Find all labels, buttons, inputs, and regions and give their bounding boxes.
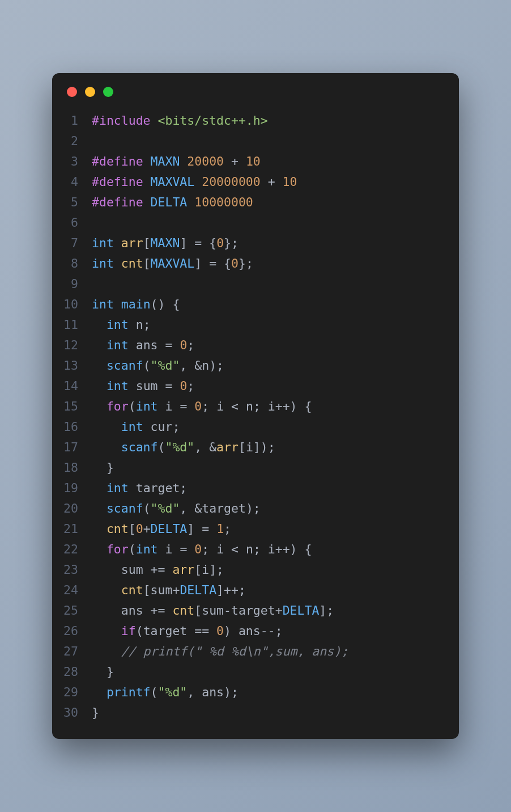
code-line: 19 int target; (52, 478, 444, 498)
code-content[interactable]: if(target == 0) ans--; (92, 621, 444, 641)
code-line: 17 scanf("%d", &arr[i]); (52, 437, 444, 458)
code-content[interactable] (92, 213, 444, 233)
line-number: 29 (52, 682, 92, 703)
line-number: 18 (52, 458, 92, 478)
code-line: 5#define DELTA 10000000 (52, 192, 444, 213)
minimize-icon[interactable] (85, 87, 95, 97)
line-number: 23 (52, 560, 92, 580)
line-number: 4 (52, 172, 92, 192)
code-line: 7int arr[MAXN] = {0}; (52, 233, 444, 253)
line-number: 1 (52, 111, 92, 131)
code-line: 30} (52, 703, 444, 723)
line-number: 13 (52, 356, 92, 376)
code-content[interactable]: cnt[0+DELTA] = 1; (92, 519, 444, 539)
code-line: 1#include <bits/stdc++.h> (52, 111, 444, 131)
code-content[interactable] (92, 131, 444, 151)
line-number: 20 (52, 498, 92, 519)
code-line: 26 if(target == 0) ans--; (52, 621, 444, 641)
code-content[interactable]: int cur; (92, 417, 444, 437)
line-number: 28 (52, 662, 92, 682)
code-content[interactable]: } (92, 662, 444, 682)
code-line: 20 scanf("%d", &target); (52, 498, 444, 519)
maximize-icon[interactable] (103, 87, 113, 97)
code-line: 21 cnt[0+DELTA] = 1; (52, 519, 444, 539)
line-number: 11 (52, 315, 92, 335)
code-content[interactable]: // printf(" %d %d\n",sum, ans); (92, 641, 444, 662)
code-line: 3#define MAXN 20000 + 10 (52, 151, 444, 172)
code-line: 25 ans += cnt[sum-target+DELTA]; (52, 600, 444, 621)
code-line: 22 for(int i = 0; i < n; i++) { (52, 539, 444, 560)
line-number: 10 (52, 294, 92, 315)
line-number: 9 (52, 274, 92, 294)
line-number: 19 (52, 478, 92, 498)
code-content[interactable]: scanf("%d", &arr[i]); (92, 437, 444, 458)
code-line: 13 scanf("%d", &n); (52, 356, 444, 376)
code-content[interactable]: for(int i = 0; i < n; i++) { (92, 539, 444, 560)
code-content[interactable]: int sum = 0; (92, 376, 444, 396)
code-line: 28 } (52, 662, 444, 682)
line-number: 17 (52, 437, 92, 458)
code-content[interactable]: sum += arr[i]; (92, 560, 444, 580)
line-number: 16 (52, 417, 92, 437)
code-content[interactable]: cnt[sum+DELTA]++; (92, 580, 444, 600)
code-content[interactable]: int arr[MAXN] = {0}; (92, 233, 444, 253)
line-number: 21 (52, 519, 92, 539)
line-number: 5 (52, 192, 92, 213)
code-editor[interactable]: 1#include <bits/stdc++.h>2 3#define MAXN… (52, 103, 459, 723)
code-content[interactable]: int main() { (92, 294, 444, 315)
line-number: 6 (52, 213, 92, 233)
code-line: 9 (52, 274, 444, 294)
code-line: 16 int cur; (52, 417, 444, 437)
code-content[interactable]: int ans = 0; (92, 335, 444, 356)
code-content[interactable] (92, 274, 444, 294)
code-content[interactable]: #define DELTA 10000000 (92, 192, 444, 213)
code-line: 10int main() { (52, 294, 444, 315)
line-number: 22 (52, 539, 92, 560)
code-content[interactable]: int cnt[MAXVAL] = {0}; (92, 253, 444, 274)
line-number: 15 (52, 396, 92, 417)
line-number: 27 (52, 641, 92, 662)
code-line: 11 int n; (52, 315, 444, 335)
line-number: 26 (52, 621, 92, 641)
line-number: 2 (52, 131, 92, 151)
code-line: 27 // printf(" %d %d\n",sum, ans); (52, 641, 444, 662)
line-number: 25 (52, 600, 92, 621)
code-content[interactable]: ans += cnt[sum-target+DELTA]; (92, 600, 444, 621)
code-content[interactable]: #define MAXVAL 20000000 + 10 (92, 172, 444, 192)
line-number: 30 (52, 703, 92, 723)
code-content[interactable]: #define MAXN 20000 + 10 (92, 151, 444, 172)
code-content[interactable]: scanf("%d", &target); (92, 498, 444, 519)
line-number: 12 (52, 335, 92, 356)
line-number: 8 (52, 253, 92, 274)
code-content[interactable]: } (92, 458, 444, 478)
code-line: 29 printf("%d", ans); (52, 682, 444, 703)
line-number: 3 (52, 151, 92, 172)
code-line: 4#define MAXVAL 20000000 + 10 (52, 172, 444, 192)
close-icon[interactable] (67, 87, 77, 97)
line-number: 7 (52, 233, 92, 253)
line-number: 24 (52, 580, 92, 600)
code-content[interactable]: for(int i = 0; i < n; i++) { (92, 396, 444, 417)
code-content[interactable]: printf("%d", ans); (92, 682, 444, 703)
code-window: 1#include <bits/stdc++.h>2 3#define MAXN… (52, 73, 459, 739)
code-line: 15 for(int i = 0; i < n; i++) { (52, 396, 444, 417)
window-titlebar (52, 73, 459, 103)
code-line: 8int cnt[MAXVAL] = {0}; (52, 253, 444, 274)
code-line: 12 int ans = 0; (52, 335, 444, 356)
code-line: 2 (52, 131, 444, 151)
code-content[interactable]: scanf("%d", &n); (92, 356, 444, 376)
code-line: 6 (52, 213, 444, 233)
code-line: 18 } (52, 458, 444, 478)
code-content[interactable]: #include <bits/stdc++.h> (92, 111, 444, 131)
code-line: 14 int sum = 0; (52, 376, 444, 396)
code-content[interactable]: int n; (92, 315, 444, 335)
code-content[interactable]: } (92, 703, 444, 723)
code-line: 24 cnt[sum+DELTA]++; (52, 580, 444, 600)
line-number: 14 (52, 376, 92, 396)
code-line: 23 sum += arr[i]; (52, 560, 444, 580)
code-content[interactable]: int target; (92, 478, 444, 498)
